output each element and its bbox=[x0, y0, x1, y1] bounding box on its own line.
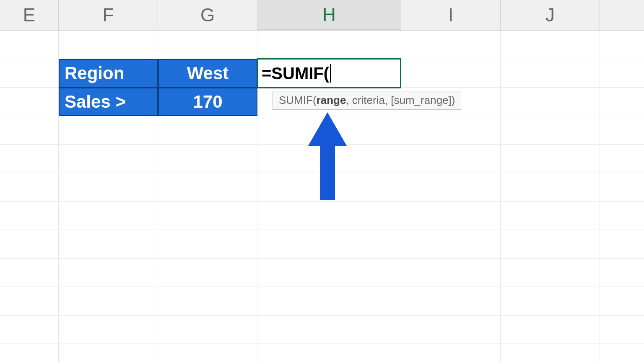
tooltip-fn: SUMIF bbox=[279, 94, 313, 106]
cell-G9[interactable] bbox=[158, 259, 257, 287]
cell-E12[interactable] bbox=[0, 344, 59, 362]
cell-I2[interactable] bbox=[401, 59, 501, 88]
arrow-shaft-icon bbox=[320, 142, 335, 200]
cell-H1[interactable] bbox=[257, 31, 401, 59]
formula-text: =SUMIF( bbox=[262, 64, 329, 83]
cell-E8[interactable] bbox=[0, 230, 59, 259]
cell-E6[interactable] bbox=[0, 173, 59, 202]
cell-H10[interactable] bbox=[257, 287, 401, 315]
cell-K7[interactable] bbox=[600, 202, 644, 230]
cell-H12[interactable] bbox=[257, 344, 401, 362]
cell-J4[interactable] bbox=[501, 116, 600, 145]
cell-K6[interactable] bbox=[600, 173, 644, 202]
cell-K11[interactable] bbox=[600, 315, 644, 344]
cell-K3[interactable] bbox=[600, 88, 644, 116]
cell-F4[interactable] bbox=[59, 116, 158, 145]
cell-E3[interactable] bbox=[0, 88, 59, 116]
col-header-H[interactable]: H bbox=[257, 0, 401, 30]
col-header-J[interactable]: J bbox=[501, 0, 600, 30]
active-cell-H2[interactable]: =SUMIF( bbox=[257, 58, 401, 88]
table-cell-sales-value[interactable]: 170 bbox=[158, 88, 257, 116]
cell-J6[interactable] bbox=[501, 173, 600, 202]
cell-J7[interactable] bbox=[501, 202, 600, 230]
cell-G10[interactable] bbox=[158, 287, 257, 315]
cell-J8[interactable] bbox=[501, 230, 600, 259]
cell-E11[interactable] bbox=[0, 315, 59, 344]
cell-J9[interactable] bbox=[501, 259, 600, 287]
cell-H9[interactable] bbox=[257, 259, 401, 287]
table-cell-sales-label[interactable]: Sales > bbox=[59, 88, 158, 116]
cell-K9[interactable] bbox=[600, 259, 644, 287]
cell-F8[interactable] bbox=[59, 230, 158, 259]
cell-F12[interactable] bbox=[59, 344, 158, 362]
cell-E2[interactable] bbox=[0, 59, 59, 88]
column-headers: E F G H I J bbox=[0, 0, 644, 31]
cell-H8[interactable] bbox=[257, 230, 401, 259]
tooltip-current-arg[interactable]: range bbox=[317, 94, 346, 106]
cell-I10[interactable] bbox=[401, 287, 501, 315]
cell-I12[interactable] bbox=[401, 344, 501, 362]
cell-K12[interactable] bbox=[600, 344, 644, 362]
cell-G6[interactable] bbox=[158, 173, 257, 202]
spreadsheet-grid[interactable]: Region West Sales > 170 =SUMIF( SUMIF(ra… bbox=[0, 31, 644, 362]
col-header-E[interactable]: E bbox=[0, 0, 59, 30]
label-sales: Sales > bbox=[65, 92, 126, 112]
cell-F9[interactable] bbox=[59, 259, 158, 287]
cell-G12[interactable] bbox=[158, 344, 257, 362]
table-cell-region-label[interactable]: Region bbox=[59, 59, 158, 88]
cell-I1[interactable] bbox=[401, 31, 501, 59]
cell-G11[interactable] bbox=[158, 315, 257, 344]
cell-F5[interactable] bbox=[59, 145, 158, 173]
value-region: West bbox=[187, 63, 229, 83]
cell-I11[interactable] bbox=[401, 315, 501, 344]
cell-G4[interactable] bbox=[158, 116, 257, 145]
cell-I6[interactable] bbox=[401, 173, 501, 202]
cell-J11[interactable] bbox=[501, 315, 600, 344]
cell-F11[interactable] bbox=[59, 315, 158, 344]
cell-I4[interactable] bbox=[401, 116, 501, 145]
formula-tooltip[interactable]: SUMIF(range, criteria, [sum_range]) bbox=[273, 91, 461, 110]
cell-F7[interactable] bbox=[59, 202, 158, 230]
cell-F10[interactable] bbox=[59, 287, 158, 315]
arrow-head-icon bbox=[308, 112, 347, 146]
cell-J3[interactable] bbox=[501, 88, 600, 116]
cell-G5[interactable] bbox=[158, 145, 257, 173]
cell-E1[interactable] bbox=[0, 31, 59, 59]
cell-E5[interactable] bbox=[0, 145, 59, 173]
cell-E7[interactable] bbox=[0, 202, 59, 230]
label-region: Region bbox=[65, 63, 124, 83]
cell-J5[interactable] bbox=[501, 145, 600, 173]
cell-G7[interactable] bbox=[158, 202, 257, 230]
cell-H7[interactable] bbox=[257, 202, 401, 230]
cell-J1[interactable] bbox=[501, 31, 600, 59]
cell-E10[interactable] bbox=[0, 287, 59, 315]
cell-J2[interactable] bbox=[501, 59, 600, 88]
cell-K10[interactable] bbox=[600, 287, 644, 315]
cell-K8[interactable] bbox=[600, 230, 644, 259]
cell-J10[interactable] bbox=[501, 287, 600, 315]
cell-I8[interactable] bbox=[401, 230, 501, 259]
cell-F1[interactable] bbox=[59, 31, 158, 59]
cell-I9[interactable] bbox=[401, 259, 501, 287]
cell-G8[interactable] bbox=[158, 230, 257, 259]
cell-E9[interactable] bbox=[0, 259, 59, 287]
cell-K1[interactable] bbox=[600, 31, 644, 59]
cell-F6[interactable] bbox=[59, 173, 158, 202]
cell-H11[interactable] bbox=[257, 315, 401, 344]
col-header-I[interactable]: I bbox=[401, 0, 501, 30]
col-header-G[interactable]: G bbox=[158, 0, 257, 30]
cell-E4[interactable] bbox=[0, 116, 59, 145]
cell-K5[interactable] bbox=[600, 145, 644, 173]
cell-K2[interactable] bbox=[600, 59, 644, 88]
cell-I5[interactable] bbox=[401, 145, 501, 173]
col-header-F[interactable]: F bbox=[59, 0, 158, 30]
table-cell-region-value[interactable]: West bbox=[158, 59, 257, 88]
cell-I7[interactable] bbox=[401, 202, 501, 230]
value-sales: 170 bbox=[193, 92, 222, 112]
arrow-up-icon bbox=[309, 112, 346, 200]
cell-G1[interactable] bbox=[158, 31, 257, 59]
cell-K4[interactable] bbox=[600, 116, 644, 145]
cell-J12[interactable] bbox=[501, 344, 600, 362]
text-caret-icon bbox=[330, 64, 331, 83]
tooltip-rest: , criteria, [sum_range]) bbox=[346, 94, 455, 106]
